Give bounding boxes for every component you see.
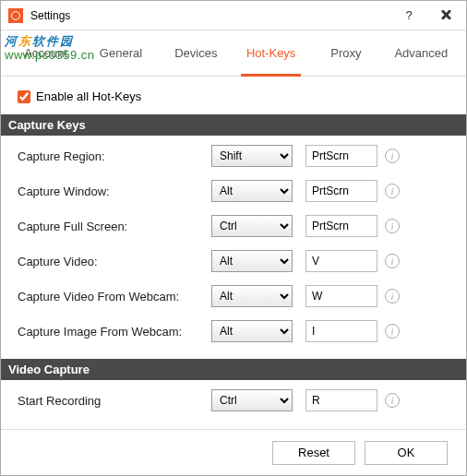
hotkey-label: Capture Region:: [18, 149, 211, 163]
close-button[interactable]: 🗙: [427, 1, 464, 30]
hotkey-key-input[interactable]: [305, 145, 377, 167]
hotkey-row: Capture Video From Webcam:Alt+i: [18, 285, 449, 307]
enable-all-hotkeys[interactable]: Enable all Hot-Keys: [18, 89, 449, 103]
tab-hot-keys[interactable]: Hot-Keys: [234, 30, 308, 76]
hotkey-modifier-select[interactable]: Alt: [211, 285, 293, 307]
tab-proxy[interactable]: Proxy: [308, 30, 383, 76]
content: Enable all Hot-Keys Capture Keys Capture…: [1, 77, 466, 428]
info-icon[interactable]: i: [385, 219, 400, 233]
hotkey-label: Capture Image From Webcam:: [18, 325, 211, 339]
video-key-input[interactable]: [305, 389, 377, 411]
hotkey-key-input[interactable]: [305, 180, 377, 202]
hotkey-modifier-select[interactable]: Alt: [211, 180, 293, 202]
video-row: Start RecordingCtrl+i: [18, 389, 449, 411]
video-label: Start Recording: [18, 394, 211, 408]
section-capture-keys: Capture Keys: [1, 114, 466, 136]
tab-devices[interactable]: Devices: [159, 30, 234, 76]
hotkey-label: Capture Video From Webcam:: [18, 290, 211, 303]
hotkey-modifier-select[interactable]: Alt: [211, 320, 293, 342]
info-icon[interactable]: i: [385, 184, 400, 198]
hotkey-modifier-select[interactable]: Alt: [211, 250, 293, 272]
hotkey-row: Capture Region:Shift+i: [18, 145, 449, 167]
titlebar: Settings ? 🗙: [1, 1, 466, 30]
enable-all-label: Enable all Hot-Keys: [36, 89, 141, 103]
hotkey-key-input[interactable]: [305, 250, 377, 272]
info-icon[interactable]: i: [385, 254, 400, 268]
capture-rows: Capture Region:Shift+iCapture Window:Alt…: [18, 136, 449, 359]
window-title: Settings: [30, 9, 390, 22]
hotkey-row: Capture Image From Webcam:Alt+i: [18, 320, 449, 342]
hotkey-row: Capture Full Screen:Ctrl+i: [18, 215, 449, 237]
hotkey-key-input[interactable]: [305, 320, 377, 342]
ok-button[interactable]: OK: [365, 441, 448, 465]
tab-advanced[interactable]: Advanced: [384, 30, 459, 76]
video-rows: Start RecordingCtrl+i: [18, 380, 449, 428]
video-modifier-select[interactable]: Ctrl: [211, 389, 293, 411]
app-icon: [8, 8, 23, 23]
info-icon[interactable]: i: [385, 393, 400, 408]
footer: Reset OK: [1, 429, 466, 475]
tab-account[interactable]: Account: [8, 30, 83, 76]
hotkey-row: Capture Window:Alt+i: [18, 180, 449, 202]
info-icon[interactable]: i: [385, 149, 400, 163]
hotkey-row: Capture Video:Alt+i: [18, 250, 449, 272]
reset-button[interactable]: Reset: [272, 441, 355, 465]
info-icon[interactable]: i: [385, 324, 400, 339]
help-button[interactable]: ?: [390, 1, 427, 30]
hotkey-modifier-select[interactable]: Shift: [211, 145, 293, 167]
hotkey-modifier-select[interactable]: Ctrl: [211, 215, 293, 237]
hotkey-key-input[interactable]: [305, 285, 377, 307]
hotkey-label: Capture Window:: [18, 184, 211, 198]
info-icon[interactable]: i: [385, 289, 400, 303]
hotkey-label: Capture Full Screen:: [18, 220, 211, 233]
tabs: Account General Devices Hot-Keys Proxy A…: [1, 30, 466, 77]
section-video-capture: Video Capture: [1, 359, 466, 380]
hotkey-label: Capture Video:: [18, 255, 211, 268]
tab-general[interactable]: General: [83, 30, 158, 76]
hotkey-key-input[interactable]: [305, 215, 377, 237]
enable-all-checkbox[interactable]: [18, 90, 30, 103]
